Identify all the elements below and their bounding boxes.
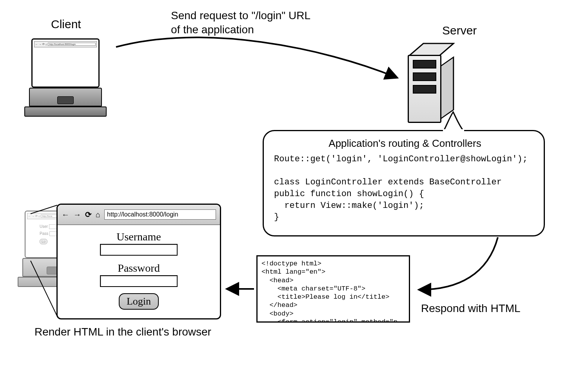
back-icon[interactable]: ← bbox=[62, 210, 69, 219]
server-code-bubble: Application's routing & Controllers Rout… bbox=[263, 130, 545, 236]
home-icon: ⌂ bbox=[45, 43, 47, 46]
html-snippet: <!doctype html> <html lang="en"> <head> … bbox=[261, 260, 407, 323]
rendered-browser: ← → ⟳ ⌂ http://localhost:8000/login User… bbox=[56, 204, 221, 319]
username-input[interactable] bbox=[100, 244, 178, 256]
forward-icon: → bbox=[39, 43, 42, 46]
client-label: Client bbox=[51, 16, 81, 32]
svg-marker-0 bbox=[409, 43, 454, 56]
send-request-label-1: Send request to "/login" URL bbox=[171, 9, 310, 23]
username-label: Username bbox=[58, 231, 220, 243]
mini-url: http://localhost:8000/login bbox=[48, 43, 96, 46]
password-input[interactable] bbox=[100, 275, 178, 287]
bubble-title: Application's routing & Controllers bbox=[274, 137, 536, 150]
render-label: Render HTML in the client's browser bbox=[34, 325, 211, 339]
address-bar[interactable]: http://localhost:8000/login bbox=[104, 209, 216, 220]
reload-icon[interactable]: ⟳ bbox=[85, 210, 92, 219]
password-label: Password bbox=[58, 262, 220, 274]
mini-browser-toolbar: ← → ⟳ ⌂ http://localhost:8000/login bbox=[34, 41, 97, 47]
back-icon: ← bbox=[35, 43, 38, 46]
reload-icon: ⟳ bbox=[42, 43, 45, 46]
browser-toolbar: ← → ⟳ ⌂ http://localhost:8000/login bbox=[58, 205, 220, 225]
bubble-code: Route::get('login', 'LoginController@sho… bbox=[274, 153, 536, 223]
html-response-box: <!doctype html> <html lang="en"> <head> … bbox=[256, 255, 410, 323]
server-slot bbox=[413, 85, 436, 94]
login-button[interactable]: Login bbox=[119, 293, 159, 310]
home-icon[interactable]: ⌂ bbox=[96, 210, 100, 219]
respond-label: Respond with HTML bbox=[421, 301, 521, 316]
server-slot bbox=[413, 72, 436, 81]
login-page: Username Password Login bbox=[58, 225, 220, 310]
forward-icon[interactable]: → bbox=[73, 210, 81, 219]
server-label: Server bbox=[442, 23, 477, 38]
server-slot bbox=[413, 60, 436, 69]
send-request-label-2: of the application bbox=[171, 23, 254, 37]
server-machine bbox=[408, 42, 455, 123]
client-laptop: ← → ⟳ ⌂ http://localhost:8000/login bbox=[24, 38, 107, 117]
